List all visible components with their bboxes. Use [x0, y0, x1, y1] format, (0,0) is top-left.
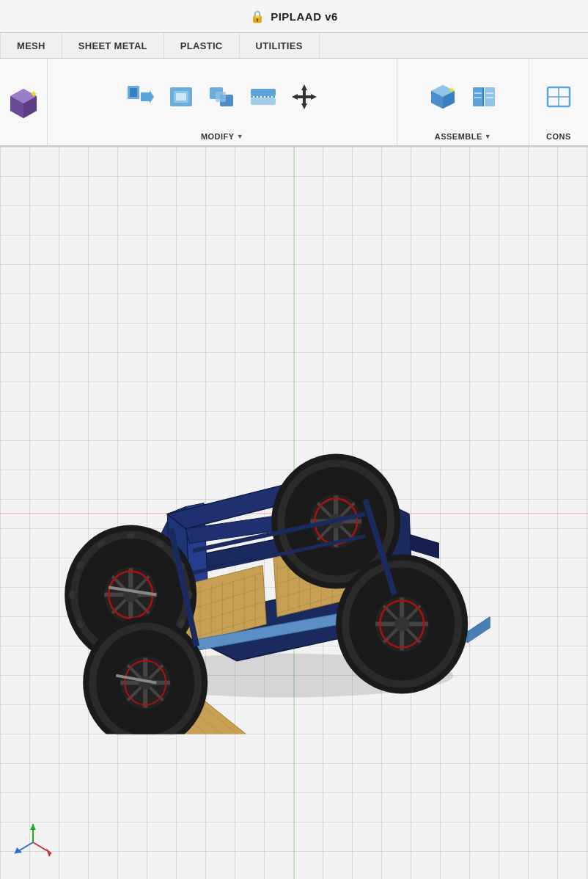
app-title: PIPLAAD v6 — [271, 10, 338, 23]
modify-label[interactable]: MODIFY ▼ — [201, 132, 243, 141]
svg-point-105 — [69, 591, 75, 599]
svg-rect-10 — [176, 93, 186, 101]
svg-text:✦: ✦ — [29, 88, 38, 100]
svg-marker-7 — [141, 90, 154, 103]
menu-utilities[interactable]: UTILITIES — [240, 33, 320, 58]
svg-point-136 — [394, 617, 409, 632]
svg-rect-28 — [473, 87, 483, 106]
combine-button[interactable] — [203, 75, 241, 119]
cons-icons-row — [540, 65, 578, 129]
svg-marker-147 — [30, 824, 36, 830]
svg-marker-17 — [301, 84, 307, 90]
svg-marker-18 — [301, 103, 307, 109]
toolbar: ✦ — [0, 59, 588, 147]
svg-point-96 — [126, 533, 135, 539]
axis-indicator — [11, 820, 55, 864]
menu-bar: MESH SHEET METAL PLASTIC UTILITIES — [0, 33, 588, 59]
title-bar: 🔒 PIPLAAD v6 — [0, 0, 588, 33]
toolbar-modify-section: MODIFY ▼ — [48, 59, 397, 145]
assemble-button[interactable]: ✦ — [424, 75, 462, 119]
insert-button[interactable] — [121, 75, 159, 119]
assemble-dropdown-arrow: ▼ — [485, 133, 491, 140]
modify-icons-row — [121, 65, 323, 129]
move-button[interactable] — [285, 75, 323, 119]
svg-marker-145 — [46, 848, 51, 857]
modify-dropdown-arrow: ▼ — [237, 133, 243, 140]
svg-marker-20 — [311, 94, 317, 100]
menu-plastic[interactable]: PLASTIC — [164, 33, 240, 58]
svg-text:✦: ✦ — [448, 85, 455, 95]
vehicle-model — [50, 309, 519, 734]
svg-rect-22 — [297, 95, 312, 98]
svg-marker-84 — [468, 617, 490, 643]
svg-rect-13 — [216, 92, 226, 102]
svg-rect-15 — [251, 98, 276, 105]
menu-mesh[interactable]: MESH — [0, 33, 62, 58]
toolbar-sparkle-section: ✦ — [0, 59, 48, 145]
svg-rect-6 — [130, 88, 137, 97]
sparkle-cube-button[interactable]: ✦ — [7, 84, 40, 120]
cons-label: CONS — [546, 132, 571, 141]
assemble-icons-row: ✦ — [424, 65, 503, 129]
svg-rect-29 — [485, 87, 495, 106]
shell-button[interactable] — [162, 75, 200, 119]
viewport[interactable] — [0, 147, 588, 879]
fold-button[interactable] — [465, 75, 503, 119]
lock-icon: 🔒 — [250, 10, 265, 23]
cons-button[interactable] — [540, 75, 578, 119]
mirror-button[interactable] — [244, 75, 282, 119]
svg-rect-14 — [251, 89, 276, 96]
toolbar-assemble-section: ✦ ASSEMBLE ▼ — [397, 59, 529, 145]
toolbar-cons-section: CONS — [529, 59, 588, 145]
assemble-label[interactable]: ASSEMBLE ▼ — [435, 132, 492, 141]
svg-marker-19 — [292, 94, 298, 100]
menu-sheet-metal[interactable]: SHEET METAL — [62, 33, 164, 58]
